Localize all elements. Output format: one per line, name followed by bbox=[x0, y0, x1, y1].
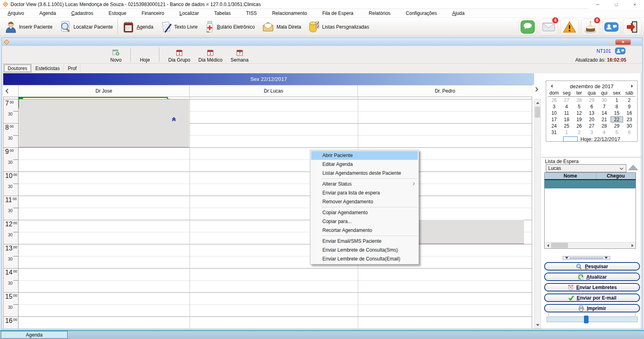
calendar-day[interactable]: 21 bbox=[598, 116, 611, 122]
hour-row-16[interactable]: 160030 bbox=[4, 316, 532, 329]
schedule-vertical-scrollbar[interactable] bbox=[534, 99, 541, 329]
calendar-day[interactable]: 28 bbox=[573, 97, 585, 103]
waiting-list-table[interactable]: NomeChegou bbox=[544, 172, 636, 249]
scroll-up-icon[interactable] bbox=[535, 99, 541, 106]
calendar-day[interactable]: 19 bbox=[573, 116, 585, 122]
calendar-day[interactable]: 27 bbox=[560, 97, 573, 103]
waiting-list-col-chegou[interactable]: Chegou bbox=[597, 173, 636, 179]
calendar-day[interactable]: 20 bbox=[585, 116, 598, 122]
scrollbar-thumb[interactable] bbox=[551, 243, 568, 248]
action-button-imprimir[interactable]: Imprimir bbox=[544, 304, 640, 312]
toolbar-inserir-paciente[interactable]: Inserir Paciente bbox=[2, 19, 56, 35]
agenda-toolbar-novo[interactable]: Novo bbox=[106, 47, 126, 63]
agenda-toolbar-semana[interactable]: 7Semana bbox=[227, 47, 253, 63]
menu-tabelas[interactable]: Tabelas bbox=[206, 9, 238, 17]
context-menu-copiar-para[interactable]: Copiar para... bbox=[310, 217, 419, 226]
tab-esteticistas[interactable]: Esteticistas bbox=[31, 64, 64, 72]
hour-row-15[interactable]: 150030 bbox=[4, 292, 532, 316]
hour-row-9[interactable]: 90030 bbox=[4, 147, 532, 172]
context-menu-alterar-status[interactable]: Alterar Status bbox=[310, 180, 419, 188]
next-column-arrow-icon[interactable] bbox=[535, 87, 539, 92]
calendar-day[interactable]: 3 bbox=[548, 103, 560, 110]
scrollbar-thumb[interactable] bbox=[535, 107, 540, 118]
calendar-day[interactable]: 10 bbox=[548, 110, 560, 116]
calendar-day[interactable]: 30 bbox=[623, 123, 636, 129]
calendar-day[interactable]: 15 bbox=[611, 110, 623, 116]
calendar-day[interactable]: 1 bbox=[560, 129, 573, 135]
menu-agenda[interactable]: Agenda bbox=[32, 9, 64, 17]
context-menu-abrir-paciente[interactable]: Abrir Paciente bbox=[311, 151, 418, 160]
exit-button[interactable] bbox=[623, 19, 642, 35]
calendar-day[interactable]: 27 bbox=[585, 123, 598, 129]
context-menu-enviar-email-sms-paciente[interactable]: Enviar Email/SMS Paciente bbox=[310, 237, 419, 246]
context-menu-enviar-lembrete-de-consulta-sms[interactable]: Enviar Lembrete de Consulta(Sms) bbox=[310, 246, 419, 254]
calendar-day[interactable]: 13 bbox=[585, 110, 598, 116]
menu-arquivo[interactable]: Arquivo bbox=[0, 9, 32, 17]
calendar-day[interactable]: 24 bbox=[548, 123, 560, 129]
calendar-day[interactable]: 16 bbox=[623, 110, 636, 116]
calendar-next-icon[interactable] bbox=[628, 85, 636, 88]
menu-fila-de-espera[interactable]: Fila de Espera bbox=[315, 9, 361, 17]
menu-configuracoes[interactable]: Configurações bbox=[398, 9, 444, 17]
menu-relacionamento[interactable]: Relacionamento bbox=[264, 9, 315, 17]
messages-button[interactable] bbox=[518, 19, 537, 35]
calendar-day[interactable]: 17 bbox=[548, 116, 560, 122]
waiting-list-dropdown[interactable]: Lucas bbox=[546, 164, 626, 172]
context-menu-recortar-agendamento[interactable]: Recortar Agendamento bbox=[310, 226, 419, 235]
menu-relatorios[interactable]: Relatórios bbox=[361, 9, 398, 17]
menu-estoque[interactable]: Estoque bbox=[101, 9, 134, 17]
calendar-day[interactable]: 23 bbox=[623, 116, 636, 122]
menu-localizar[interactable]: Localizar bbox=[172, 9, 206, 17]
waiting-list-selected-row[interactable] bbox=[545, 180, 636, 188]
context-menu-enviar-para-lista-de-espera[interactable]: Enviar para lista de espera bbox=[310, 188, 419, 197]
schedule-grid[interactable]: 7003080030900301000301100301200301300301… bbox=[3, 97, 532, 329]
zoom-slider-thumb[interactable] bbox=[584, 316, 588, 323]
taskbar-tab-agenda[interactable]: Agenda bbox=[1, 331, 68, 339]
tab-prof[interactable]: Prof bbox=[64, 64, 80, 72]
waiting-list-collapse-icon[interactable] bbox=[628, 165, 638, 170]
hour-row-10[interactable]: 100030 bbox=[4, 172, 532, 196]
calendar-day[interactable]: 29 bbox=[585, 97, 598, 103]
calendar-day[interactable]: 9 bbox=[623, 103, 636, 110]
minimize-button[interactable]: ─ bbox=[588, 0, 607, 9]
hour-row-14[interactable]: 140030 bbox=[4, 268, 532, 292]
agenda-toolbar-dia-medico[interactable]: 1Dia Médico bbox=[194, 47, 227, 63]
calendar-prev-icon[interactable] bbox=[548, 85, 555, 88]
calendar-day[interactable]: 11 bbox=[560, 110, 573, 116]
calendar-day[interactable]: 3 bbox=[585, 129, 598, 135]
scroll-left-icon[interactable] bbox=[545, 242, 551, 248]
toolbar-listas-personalizadas[interactable]: Listas Personalizadas bbox=[305, 19, 373, 35]
calendar-day[interactable]: 6 bbox=[585, 103, 598, 110]
agenda-window-close-button[interactable]: × bbox=[615, 39, 631, 45]
menu-ajuda[interactable]: Ajuda bbox=[444, 9, 472, 17]
menu-cadastros[interactable]: Cadastros bbox=[64, 9, 101, 17]
calendar-day[interactable]: 5 bbox=[573, 103, 585, 110]
action-button-pesquisar[interactable]: Pesquisar bbox=[544, 262, 640, 271]
waiting-list-hscrollbar[interactable] bbox=[545, 242, 636, 248]
calendar-day[interactable]: 4 bbox=[560, 103, 573, 110]
contacts-button[interactable] bbox=[602, 19, 621, 35]
collapse-up-icon[interactable] bbox=[171, 117, 176, 122]
calendar-day[interactable]: 5 bbox=[611, 129, 623, 135]
hour-row-11[interactable]: 110030 bbox=[4, 196, 532, 220]
today-label[interactable]: Hoje: 22/12/2017 bbox=[580, 136, 620, 142]
waiting-list-col-nome[interactable]: Nome bbox=[545, 173, 597, 179]
column-header-dr-jose[interactable]: Dr Jose bbox=[18, 85, 189, 97]
calendar-day[interactable]: 1 bbox=[611, 97, 623, 103]
toolbar-agenda[interactable]: Agenda bbox=[119, 19, 157, 35]
context-menu-listar-agendamentos-deste-paciente[interactable]: Listar Agendamentos deste Paciente bbox=[310, 169, 419, 178]
agenda-toolbar-hoje[interactable]: Hoje bbox=[136, 47, 154, 63]
action-button-enviar-por-e-mail[interactable]: Enviar por E-mail bbox=[544, 294, 640, 302]
calendar-day[interactable]: 26 bbox=[548, 97, 560, 103]
close-button[interactable]: × bbox=[625, 0, 644, 9]
column-header-dr-lucas[interactable]: Dr Lucas bbox=[189, 85, 357, 97]
calendar-day[interactable]: 7 bbox=[598, 103, 611, 110]
maximize-button[interactable]: □ bbox=[607, 0, 625, 9]
action-button-atualizar[interactable]: Atualizar bbox=[544, 273, 640, 281]
calendar-day[interactable]: 14 bbox=[598, 110, 611, 116]
context-menu-editar-agenda[interactable]: Editar Agenda bbox=[310, 160, 419, 169]
calendar-day[interactable]: 12 bbox=[573, 110, 585, 116]
scroll-down-icon[interactable] bbox=[535, 322, 541, 328]
action-button-enviar-lembretes[interactable]: Enviar Lembretes bbox=[544, 283, 640, 291]
calendar-day-selected[interactable]: 22 bbox=[611, 116, 623, 122]
